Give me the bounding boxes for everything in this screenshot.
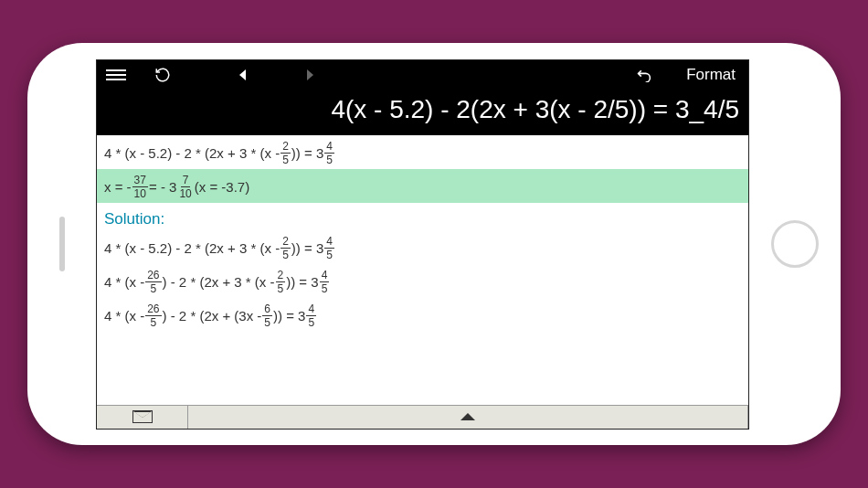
- fraction: 45: [320, 270, 330, 294]
- toolbar: Format: [97, 60, 748, 90]
- envelope-icon: [132, 410, 153, 423]
- menu-button[interactable]: [104, 60, 128, 90]
- eq-text: (x = -3.7): [195, 179, 249, 195]
- next-button[interactable]: [299, 60, 321, 90]
- fraction: 265: [145, 303, 161, 328]
- chevron-left-icon: [238, 69, 249, 81]
- eq-text: 4 * (x - 5.2) - 2 * (2x + 3 * (x -: [104, 145, 280, 161]
- share-mail-button[interactable]: [97, 406, 188, 429]
- bottom-toolbar: [97, 405, 748, 429]
- expand-keyboard-button[interactable]: [188, 406, 748, 429]
- solution-step-row: 4 * (x - 265) - 2 * (2x + (3x - 65)) = 3…: [97, 298, 748, 332]
- fraction: 25: [276, 270, 286, 294]
- speaker-slot: [59, 217, 65, 271]
- eq-text: ) - 2 * (2x + (3x -: [163, 308, 262, 324]
- refresh-icon: [154, 67, 171, 83]
- chevron-up-icon: [460, 413, 475, 420]
- chevron-right-icon: [304, 69, 315, 81]
- phone-frame: Format 4(x - 5.2) - 2(2x + 3(x - 2/5)) =…: [27, 43, 841, 445]
- eq-text: )) = 3: [273, 308, 305, 324]
- solution-heading: Solution:: [97, 203, 748, 230]
- eq-text: 4 * (x - 5.2) - 2 * (2x + 3 * (x -: [104, 240, 280, 256]
- answer-row: x = - 3710 = - 3 710 (x = -3.7): [97, 169, 748, 203]
- undo-button[interactable]: [633, 60, 655, 90]
- home-button[interactable]: [771, 220, 819, 268]
- refresh-button[interactable]: [152, 60, 174, 90]
- steps-container: 4 * (x - 5.2) - 2 * (2x + 3 * (x - 25)) …: [97, 230, 748, 332]
- undo-icon: [635, 68, 653, 82]
- header-area: Format 4(x - 5.2) - 2(2x + 3(x - 2/5)) =…: [97, 60, 748, 135]
- fraction: 710: [177, 175, 193, 199]
- eq-text: )) = 3: [291, 145, 323, 161]
- solution-panel: 4 * (x - 5.2) - 2 * (2x + 3 * (x - 25 ))…: [97, 135, 748, 405]
- fraction: 65: [262, 303, 272, 328]
- solution-step-row: 4 * (x - 265) - 2 * (2x + 3 * (x - 25)) …: [97, 264, 748, 298]
- eq-text: x = -: [104, 179, 132, 195]
- fraction: 45: [324, 236, 334, 260]
- eq-text: )) = 3: [291, 240, 323, 256]
- eq-text: = - 3: [149, 179, 176, 195]
- phone-left-bezel: [27, 43, 96, 445]
- equation-input[interactable]: 4(x - 5.2) - 2(2x + 3(x - 2/5)) = 3_4/5: [97, 90, 748, 135]
- fraction: 3710: [132, 175, 148, 199]
- fraction: 45: [306, 303, 316, 328]
- format-button[interactable]: Format: [686, 60, 736, 90]
- solution-step-row: 4 * (x - 5.2) - 2 * (2x + 3 * (x - 25)) …: [97, 230, 748, 264]
- eq-text: )) = 3: [286, 274, 318, 290]
- fraction: 45: [324, 141, 334, 165]
- fraction: 25: [281, 236, 291, 260]
- parsed-equation-row: 4 * (x - 5.2) - 2 * (2x + 3 * (x - 25 ))…: [97, 135, 748, 169]
- hamburger-icon: [104, 69, 128, 80]
- app-screen: Format 4(x - 5.2) - 2(2x + 3(x - 2/5)) =…: [96, 59, 749, 430]
- eq-text: 4 * (x -: [104, 308, 144, 324]
- prev-button[interactable]: [232, 60, 254, 90]
- eq-text: 4 * (x -: [104, 274, 144, 290]
- phone-right-bezel: [749, 43, 841, 445]
- fraction: 265: [145, 270, 161, 294]
- eq-text: ) - 2 * (2x + 3 * (x -: [163, 274, 275, 290]
- fraction: 25: [281, 141, 291, 165]
